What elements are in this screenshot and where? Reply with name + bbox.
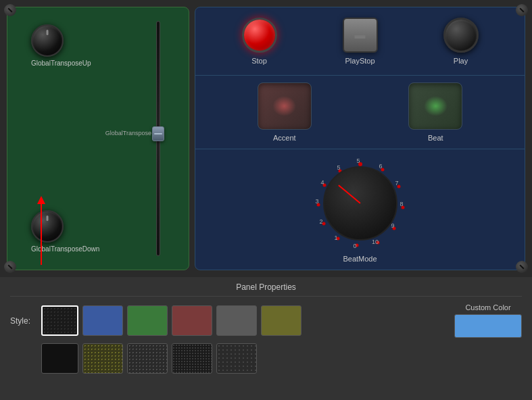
svg-text:8: 8 (400, 201, 403, 207)
panel-properties: Panel Properties Style: Custom Color (0, 277, 532, 400)
swatch-green[interactable] (127, 305, 168, 336)
svg-text:5: 5 (356, 157, 360, 164)
swatch-gray-dots-1[interactable] (127, 343, 168, 374)
swatch-gray-dots-3[interactable] (216, 343, 257, 374)
swatch-blue[interactable] (82, 305, 123, 336)
transpose-label: GlobalTranspose (105, 130, 151, 136)
play-button[interactable] (443, 18, 479, 53)
svg-text:4: 4 (320, 179, 324, 186)
custom-color-label: Custom Color (465, 303, 510, 311)
beatmode-knob-body[interactable] (323, 166, 397, 241)
arrow-line (41, 204, 42, 265)
screw-bl (4, 261, 16, 273)
svg-text:10: 10 (371, 239, 378, 245)
accent-glow (272, 96, 296, 116)
style-label: Style: (10, 316, 37, 326)
accent-pad-group: Accent (258, 82, 312, 142)
slider-track[interactable] (156, 21, 160, 256)
slider-handle[interactable] (152, 126, 164, 141)
playstop-button[interactable] (343, 18, 378, 53)
playstop-label: PlayStop (345, 57, 374, 65)
style-row-2 (10, 343, 522, 374)
svg-text:7: 7 (395, 180, 398, 186)
right-panel: Stop PlayStop Play Accent (195, 7, 525, 270)
pad-section: Accent Beat (195, 76, 525, 149)
beat-pad[interactable] (408, 82, 462, 130)
arrow-head (37, 196, 45, 204)
swatch-gray[interactable] (216, 305, 257, 336)
screw-tr (516, 4, 528, 16)
playstop-button-group: PlayStop (343, 18, 378, 65)
stop-button-group: Stop (242, 18, 277, 65)
screw-br (516, 261, 528, 273)
swatch-olive[interactable] (261, 305, 301, 336)
beatmode-knob-wrapper: 5 6 7 8 9 10 0 1 2 3 4 5 (313, 156, 408, 251)
red-arrow-indicator (37, 196, 45, 265)
svg-text:1: 1 (334, 234, 337, 241)
main-area: GlobalTransposeUp GlobalTranspose Global… (0, 0, 532, 277)
svg-text:5: 5 (337, 164, 340, 171)
beatmode-label: BeatMode (343, 255, 377, 263)
left-panel: GlobalTransposeUp GlobalTranspose Global… (7, 7, 189, 270)
global-transpose-up-label: GlobalTransposeUp (31, 59, 91, 67)
screw-tl (4, 4, 16, 16)
accent-pad[interactable] (258, 82, 312, 130)
stop-button[interactable] (242, 18, 277, 53)
svg-text:6: 6 (379, 163, 382, 170)
swatch-black[interactable] (41, 343, 78, 374)
swatch-gray-dots-2[interactable] (172, 343, 212, 374)
beat-label: Beat (428, 134, 443, 142)
beatmode-section: 5 6 7 8 9 10 0 1 2 3 4 5 (195, 149, 525, 270)
play-button-group: Play (443, 18, 479, 65)
stop-label: Stop (251, 57, 267, 65)
swatch-yellow-dots[interactable] (82, 343, 123, 374)
play-label: Play (454, 57, 468, 65)
slider-container (151, 21, 165, 256)
accent-label: Accent (273, 134, 296, 142)
svg-text:3: 3 (315, 198, 318, 205)
beat-glow (424, 96, 448, 116)
custom-color-section: Custom Color (454, 303, 522, 338)
global-transpose-down-knob[interactable] (31, 210, 64, 243)
transport-section: Stop PlayStop Play (195, 7, 525, 76)
svg-text:2: 2 (319, 218, 322, 225)
panel-props-title: Panel Properties (10, 282, 522, 297)
style-row-1: Style: Custom Color (10, 303, 522, 338)
custom-color-swatch[interactable] (454, 314, 522, 338)
swatch-dark-selected[interactable] (41, 305, 78, 336)
swatch-red[interactable] (172, 305, 212, 336)
beatmode-needle (338, 184, 360, 204)
beat-pad-group: Beat (408, 82, 462, 142)
svg-text:0: 0 (353, 243, 356, 249)
global-transpose-up-knob[interactable] (31, 24, 64, 57)
